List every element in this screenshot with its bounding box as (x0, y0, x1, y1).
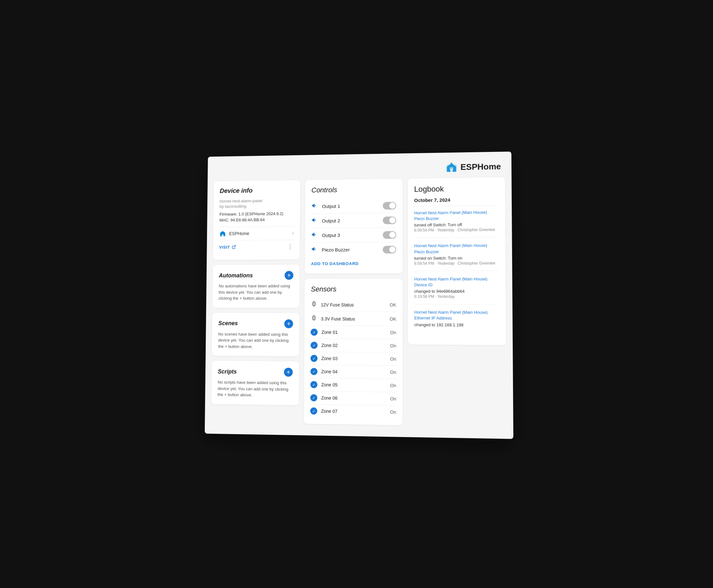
device-info-card: Device info hornet-nest-alarm-panel by t… (213, 180, 300, 260)
control-row-piezo: Piezo Buzzer (311, 242, 396, 257)
log-link-4[interactable]: Hornet Nest Alarm Panel (Main House) Eth… (414, 309, 499, 321)
check-icon-zone06: ✓ (310, 394, 317, 401)
sensor-row-zone03: ✓ Zone 03 On (310, 352, 396, 366)
sensors-card: Sensors 12V Fuse Status OK (304, 279, 403, 425)
fuse-icon-3v3 (311, 315, 317, 323)
middle-column: Controls Output 1 Out (304, 179, 403, 425)
control-label-output2: Output 2 (322, 218, 340, 224)
automations-empty-text: No automations have been added using thi… (219, 283, 293, 301)
add-scene-button[interactable]: + (284, 319, 293, 328)
sensor-label-zone05: Zone 05 (321, 382, 337, 387)
log-action-4: changed to 192.168.1.198 (414, 322, 499, 327)
log-entry-3: Hornet Nest Alarm Panel (Main House) Dev… (414, 276, 499, 304)
log-entry-4: Hornet Nest Alarm Panel (Main House) Eth… (414, 309, 499, 333)
sensor-label-3v3: 3.3V Fuse Status (321, 316, 355, 321)
automations-card: Automations + No automations have been a… (212, 265, 300, 308)
sensor-label-zone03: Zone 03 (321, 356, 338, 361)
sensor-value-zone03: On (390, 356, 396, 361)
left-column: Device info hornet-nest-alarm-panel by t… (211, 180, 300, 405)
device-by: by taconsulting (220, 203, 293, 209)
toggle-output1[interactable] (383, 202, 396, 209)
svg-rect-1 (450, 167, 453, 170)
sensor-value-zone02: On (390, 343, 396, 348)
chevron-right-icon: › (292, 230, 293, 236)
sensor-row-zone04: ✓ Zone 04 On (310, 365, 396, 379)
log-time-1: 6:59:54 PM · Yesterday · Christopher Gre… (414, 228, 499, 233)
device-firmware: Firmware: 1.0 (ESPHome 2024.9.2) (220, 211, 294, 216)
sensor-value-zone05: On (390, 383, 396, 388)
check-icon-zone03: ✓ (310, 355, 318, 362)
sensor-value-3v3: OK (390, 316, 396, 321)
scripts-empty-text: No scripts have been added using this de… (218, 379, 292, 399)
check-icon-zone02: ✓ (310, 342, 318, 349)
log-link-1[interactable]: Hornet Nest Alarm Panel (Main House) Pie… (414, 209, 499, 222)
more-options-icon[interactable]: ⋮ (287, 243, 293, 250)
sensor-row-zone06: ✓ Zone 06 On (310, 391, 396, 406)
sensor-value-zone01: On (390, 330, 396, 335)
sensor-row-zone05: ✓ Zone 05 On (310, 378, 396, 392)
svg-rect-2 (450, 163, 452, 165)
scenes-title: Scenes (218, 320, 238, 327)
sensor-row-zone02: ✓ Zone 02 On (310, 339, 396, 353)
speaker-icon-output3 (311, 231, 318, 239)
sensor-label-zone06: Zone 06 (321, 395, 337, 401)
toggle-piezo[interactable] (383, 246, 396, 253)
check-icon-zone01: ✓ (310, 329, 318, 336)
log-link-2[interactable]: Hornet Nest Alarm Panel (Main House) Pie… (414, 243, 499, 255)
add-to-dashboard-button[interactable]: ADD TO DASHBOARD (311, 257, 359, 267)
control-row-output3: Output 3 (311, 228, 396, 243)
visit-row: VISIT ⋮ (219, 240, 293, 254)
sensor-row-zone01: ✓ Zone 01 On (310, 326, 396, 339)
logbook-card: Logbook October 7, 2024 Hornet Nest Alar… (408, 177, 506, 345)
esphome-link-row[interactable]: ESPHome › (219, 226, 293, 240)
log-action-1: turned off Switch: Turn off (414, 222, 499, 228)
sensor-value-12v: OK (390, 302, 396, 308)
visit-link[interactable]: VISIT (219, 245, 236, 249)
sensor-label-zone07: Zone 07 (321, 408, 337, 414)
scripts-card: Scripts + No scripts have been added usi… (211, 361, 299, 405)
add-script-button[interactable]: + (284, 368, 293, 377)
sensor-value-zone06: On (390, 396, 396, 402)
esphome-small-icon (219, 230, 226, 237)
logbook-date-header: October 7, 2024 (414, 197, 498, 207)
control-label-output1: Output 1 (322, 203, 340, 209)
log-entry-2: Hornet Nest Alarm Panel (Main House) Pie… (414, 243, 499, 271)
app-logo-text: ESPHome (460, 162, 501, 172)
control-row-output1: Output 1 (311, 198, 396, 214)
controls-title: Controls (311, 185, 396, 194)
page-container: ESPHome Device info hornet-nest-alarm-pa… (205, 152, 513, 439)
toggle-output2[interactable] (383, 216, 396, 224)
log-time-2: 6:59:54 PM · Yesterday · Christopher Gre… (414, 261, 499, 266)
log-time-3: 6:19:58 PM · Yesterday (414, 294, 499, 299)
esphome-logo-icon (446, 162, 457, 173)
automations-title: Automations (219, 272, 253, 279)
control-label-piezo: Piezo Buzzer (322, 247, 350, 252)
scenes-empty-text: No scenes have been added using this dev… (218, 331, 293, 350)
speaker-icon-output1 (311, 203, 318, 210)
sensor-row-12v: 12V Fuse Status OK (311, 298, 396, 312)
external-link-icon (231, 245, 236, 249)
check-icon-zone05: ✓ (310, 381, 318, 388)
speaker-icon-piezo (311, 246, 318, 254)
sensor-label-zone04: Zone 04 (321, 369, 338, 374)
log-action-2: turned on Switch: Turn on (414, 255, 499, 260)
sensor-value-zone04: On (390, 370, 396, 375)
log-link-3[interactable]: Hornet Nest Alarm Panel (Main House) Dev… (414, 276, 499, 288)
check-icon-zone07: ✓ (310, 407, 317, 414)
sensor-label-zone01: Zone 01 (321, 330, 338, 335)
fuse-icon-12v (311, 301, 317, 309)
esphome-link-label: ESPHome (229, 231, 249, 236)
scenes-card: Scenes + No scenes have been added using… (212, 313, 299, 356)
check-icon-zone04: ✓ (310, 368, 318, 375)
logbook-title: Logbook (414, 184, 498, 194)
speaker-icon-output2 (311, 217, 318, 225)
sensor-row-3v3: 3.3V Fuse Status OK (311, 312, 396, 326)
device-mac: MAC: 94:E6:86:4A:BB:64 (220, 217, 294, 223)
visit-label: VISIT (219, 245, 230, 249)
sensor-label-zone02: Zone 02 (321, 343, 338, 348)
toggle-output3[interactable] (383, 231, 396, 238)
sensor-row-zone07: ✓ Zone 07 On (310, 404, 396, 419)
add-automation-button[interactable]: + (285, 271, 293, 280)
log-entry-1: Hornet Nest Alarm Panel (Main House) Pie… (414, 209, 499, 238)
control-label-output3: Output 3 (322, 232, 340, 238)
